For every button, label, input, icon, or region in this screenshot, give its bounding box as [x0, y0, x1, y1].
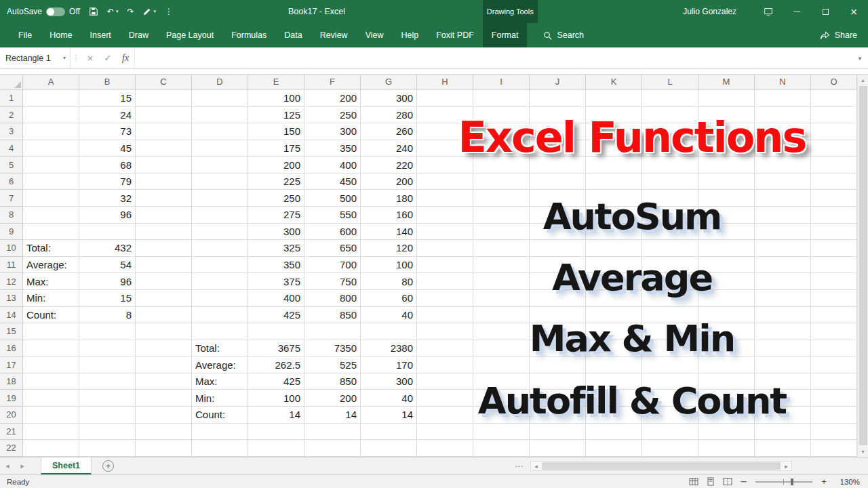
cell-K11[interactable] — [586, 257, 642, 274]
vscroll-thumb[interactable] — [859, 86, 867, 445]
cell-L10[interactable] — [642, 240, 698, 257]
cell-J13[interactable] — [530, 290, 586, 307]
cell-K6[interactable] — [586, 174, 642, 190]
cell-F6[interactable]: 450 — [304, 174, 361, 190]
tab-home[interactable]: Home — [41, 23, 81, 47]
vscroll-down-icon[interactable]: ▾ — [858, 446, 868, 457]
name-box[interactable]: Rectangle 1 ▾ — [0, 47, 71, 68]
row-header-16[interactable]: 16 — [0, 340, 23, 357]
column-header-B[interactable]: B — [79, 75, 136, 90]
tab-help[interactable]: Help — [393, 23, 428, 47]
tab-review[interactable]: Review — [311, 23, 357, 47]
cell-H19[interactable] — [417, 390, 473, 407]
row-header-8[interactable]: 8 — [0, 207, 23, 224]
cell-E6[interactable]: 225 — [248, 174, 304, 190]
row-header-5[interactable]: 5 — [0, 157, 23, 174]
cell-C20[interactable] — [136, 407, 192, 424]
cell-F21[interactable] — [304, 424, 361, 441]
cell-G11[interactable]: 100 — [361, 257, 417, 274]
cell-H11[interactable] — [417, 257, 473, 274]
cell-N7[interactable] — [755, 190, 811, 207]
cell-M18[interactable] — [698, 373, 755, 390]
cell-E12[interactable]: 375 — [248, 273, 304, 290]
row-header-10[interactable]: 10 — [0, 240, 23, 257]
cell-M16[interactable] — [698, 340, 755, 357]
add-sheet-button[interactable]: + — [102, 460, 114, 472]
row-header-19[interactable]: 19 — [0, 390, 23, 407]
enter-icon[interactable]: ✓ — [99, 47, 117, 68]
cell-H2[interactable] — [417, 107, 473, 124]
column-header-A[interactable]: A — [23, 75, 79, 90]
cell-G19[interactable]: 40 — [361, 390, 417, 407]
cell-K4[interactable] — [586, 140, 642, 157]
row-header-12[interactable]: 12 — [0, 273, 23, 290]
vscroll-up-icon[interactable]: ▴ — [858, 75, 868, 85]
cell-A16[interactable] — [23, 340, 79, 357]
cell-C22[interactable] — [136, 440, 192, 457]
cell-H6[interactable] — [417, 174, 473, 190]
cell-G20[interactable]: 14 — [361, 407, 417, 424]
cell-M2[interactable] — [698, 107, 755, 124]
cell-O15[interactable] — [811, 323, 857, 340]
column-header-I[interactable]: I — [473, 75, 530, 90]
cell-G7[interactable]: 180 — [361, 190, 417, 207]
cell-L17[interactable] — [642, 357, 698, 373]
cell-I21[interactable] — [473, 424, 530, 441]
cell-E8[interactable]: 275 — [248, 207, 304, 224]
row-header-7[interactable]: 7 — [0, 190, 23, 207]
cell-A5[interactable] — [23, 157, 79, 174]
cell-G15[interactable] — [361, 323, 417, 340]
cell-C4[interactable] — [136, 140, 192, 157]
cell-N14[interactable] — [755, 307, 811, 324]
cell-B16[interactable] — [79, 340, 136, 357]
cell-L11[interactable] — [642, 257, 698, 274]
cell-G18[interactable]: 300 — [361, 373, 417, 390]
cell-N22[interactable] — [755, 440, 811, 457]
cell-N13[interactable] — [755, 290, 811, 307]
cell-E21[interactable] — [248, 424, 304, 441]
cell-J6[interactable] — [530, 174, 586, 190]
save-button[interactable] — [89, 7, 98, 16]
cell-O9[interactable] — [811, 224, 857, 241]
cell-B22[interactable] — [79, 440, 136, 457]
cell-M17[interactable] — [698, 357, 755, 373]
cell-K15[interactable] — [586, 323, 642, 340]
cell-C1[interactable] — [136, 90, 192, 107]
cell-A19[interactable] — [23, 390, 79, 407]
cell-D10[interactable] — [192, 240, 248, 257]
cell-D22[interactable] — [192, 440, 248, 457]
tab-insert[interactable]: Insert — [81, 23, 120, 47]
cell-D15[interactable] — [192, 323, 248, 340]
cell-M11[interactable] — [698, 257, 755, 274]
cell-H20[interactable] — [417, 407, 473, 424]
cell-K12[interactable] — [586, 273, 642, 290]
undo-button[interactable]: ↶▾ — [107, 7, 119, 16]
cell-O6[interactable] — [811, 174, 857, 190]
cell-E20[interactable]: 14 — [248, 407, 304, 424]
cell-L9[interactable] — [642, 224, 698, 241]
customize-quick-access-icon[interactable]: ⋮ — [165, 7, 173, 16]
cell-G1[interactable]: 300 — [361, 90, 417, 107]
cell-A9[interactable] — [23, 224, 79, 241]
cell-D3[interactable] — [192, 123, 248, 140]
row-header-21[interactable]: 21 — [0, 424, 23, 441]
share-button[interactable]: Share — [820, 23, 868, 47]
cell-O14[interactable] — [811, 307, 857, 324]
cell-J11[interactable] — [530, 257, 586, 274]
ribbon-display-options-button[interactable] — [754, 0, 783, 23]
cell-L8[interactable] — [642, 207, 698, 224]
cell-N1[interactable] — [755, 90, 811, 107]
tab-draw[interactable]: Draw — [120, 23, 157, 47]
cell-M1[interactable] — [698, 90, 755, 107]
cell-I10[interactable] — [473, 240, 530, 257]
cell-O18[interactable] — [811, 373, 857, 390]
cell-D21[interactable] — [192, 424, 248, 441]
cell-L3[interactable] — [642, 123, 698, 140]
row-header-14[interactable]: 14 — [0, 307, 23, 324]
cell-B12[interactable]: 96 — [79, 273, 136, 290]
pen-dropdown-icon[interactable]: ▾ — [153, 9, 156, 14]
cell-C13[interactable] — [136, 290, 192, 307]
column-header-C[interactable]: C — [136, 75, 192, 90]
undo-dropdown-icon[interactable]: ▾ — [116, 9, 119, 14]
cell-D1[interactable] — [192, 90, 248, 107]
